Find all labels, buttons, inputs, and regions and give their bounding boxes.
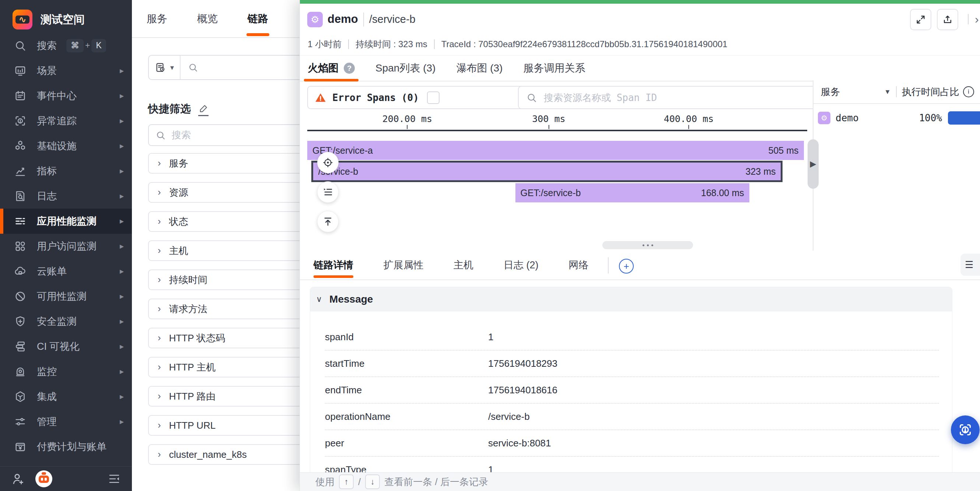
chevron-down-icon[interactable]: ▼: [884, 88, 891, 96]
error-spans-label: Error Spans (0): [332, 92, 419, 103]
fullscreen-button[interactable]: [910, 9, 931, 30]
edit-pencil-icon[interactable]: [198, 102, 208, 116]
doc-search-icon: [14, 190, 27, 202]
sidebar-item-label: 用户访问监测: [37, 240, 97, 253]
message-row-peer: peerservice-b:8081: [325, 430, 939, 457]
service-column-header[interactable]: 服务: [821, 86, 840, 99]
span-bar-GET:/service-a[interactable]: GET:/service-a505 ms: [307, 141, 804, 160]
message-value: 1: [488, 332, 493, 343]
span-bar-/service-b[interactable]: /service-b323 ms: [311, 161, 783, 182]
help-icon[interactable]: ?: [344, 63, 355, 74]
horizontal-scrollbar[interactable]: [602, 241, 693, 249]
scroll-to-top-button[interactable]: [317, 211, 339, 232]
search-icon: [188, 62, 198, 73]
facet-HTTP 状态码[interactable]: ›HTTP 状态码: [148, 328, 307, 348]
message-header[interactable]: ∨ Message: [310, 287, 952, 311]
sidebar-item-scene[interactable]: 场景▸: [0, 58, 132, 83]
chevron-right-icon: ▸: [120, 141, 124, 151]
robot-avatar[interactable]: [35, 470, 52, 487]
service-row-demo[interactable]: ⚙demo100%: [813, 104, 980, 132]
panel-resize-handle[interactable]: ▶: [808, 139, 819, 189]
detail-tab-trace-detail[interactable]: 链路详情: [313, 251, 353, 279]
shield-plus-icon: [14, 315, 27, 328]
webcam-icon: [14, 365, 27, 378]
facet-search[interactable]: [148, 124, 307, 146]
span-bar-GET:/service-b[interactable]: GET:/service-b168.00 ms: [515, 183, 749, 202]
facet-服务[interactable]: ›服务: [148, 153, 307, 174]
chevron-right-icon: ▸: [120, 216, 124, 226]
sidebar-item-rum[interactable]: 用户访问监测▸: [0, 234, 132, 259]
facet-持续时间[interactable]: ›持续时间: [148, 269, 307, 290]
issue-capture-button[interactable]: [951, 415, 980, 444]
add-tab-button[interactable]: +: [619, 259, 634, 274]
detail-tab-logs[interactable]: 日志 (2): [504, 251, 539, 279]
chevron-right-icon: ›: [158, 419, 161, 431]
trace-view-tabs-row: 火焰图?Span列表 (3)瀑布图 (3)服务调用关系: [300, 55, 980, 81]
facet-search-input[interactable]: [171, 129, 306, 141]
sidebar-item-error-tracking[interactable]: 异常追踪▸: [0, 108, 132, 134]
chevron-down-icon: ▾: [170, 63, 174, 72]
collapse-left-icon[interactable]: [108, 472, 121, 485]
sidebar-item-security[interactable]: 安全监测▸: [0, 309, 132, 334]
trace-tab-label: 瀑布图 (3): [456, 61, 503, 75]
sidebar-item-ci[interactable]: CI 可视化▸: [0, 334, 132, 359]
sidebar-item-monitoring[interactable]: 监控▸: [0, 359, 132, 384]
error-spans-checkbox[interactable]: [427, 91, 439, 104]
flame-graph[interactable]: GET:/service-a505 ms/service-b323 msGET:…: [307, 141, 807, 204]
trace-tab-service-map[interactable]: 服务调用关系: [523, 56, 585, 81]
trace-tab-flame[interactable]: 火焰图?: [308, 56, 355, 81]
detail-tab-network[interactable]: 网络: [569, 251, 589, 279]
chevron-right-icon[interactable]: ›: [975, 13, 979, 26]
sidebar-item-search[interactable]: 搜索 ⌘+K: [0, 33, 132, 58]
facet-label: HTTP URL: [169, 420, 216, 431]
workspace-header[interactable]: 测试空间: [0, 0, 132, 33]
facet-状态[interactable]: ›状态: [148, 211, 307, 232]
facet-label: 资源: [169, 186, 188, 199]
chevron-right-icon: ›: [158, 303, 161, 314]
capture-icon: [958, 422, 973, 437]
sidebar-item-label: 指标: [37, 164, 57, 178]
hint-suffix: 查看前一条 / 后一条记录: [384, 475, 488, 488]
locate-span-button[interactable]: [317, 152, 339, 173]
chart-icon: [14, 165, 27, 177]
trace-tab-span-list[interactable]: Span列表 (3): [375, 56, 436, 81]
service-gear-icon: ⚙: [307, 12, 323, 27]
detail-tab-host[interactable]: 主机: [453, 251, 473, 279]
facet-HTTP 主机[interactable]: ›HTTP 主机: [148, 357, 307, 378]
tab-链路[interactable]: 链路: [248, 1, 268, 37]
sidebar-item-availability[interactable]: 可用性监测▸: [0, 284, 132, 309]
sidebar-item-label: 基础设施: [37, 139, 76, 153]
export-icon: [942, 14, 953, 25]
sidebar-item-billing[interactable]: 付费计划与账单: [0, 434, 132, 459]
sidebar-item-metrics[interactable]: 指标▸: [0, 158, 132, 183]
panel-toggle-partial[interactable]: ☰: [961, 253, 980, 276]
sidebar-item-management[interactable]: 管理▸: [0, 409, 132, 434]
sidebar-item-logs[interactable]: 日志▸: [0, 183, 132, 209]
sidebar-item-cloud-bill[interactable]: 云账单▸: [0, 259, 132, 284]
sidebar-item-event-center[interactable]: 事件中心▸: [0, 83, 132, 108]
exec-pct-bar: [948, 111, 980, 124]
export-button[interactable]: [937, 9, 958, 30]
facet-HTTP 路由[interactable]: ›HTTP 路由: [148, 386, 307, 407]
span-tree-button[interactable]: [317, 181, 339, 203]
sidebar-item-integration[interactable]: 集成▸: [0, 384, 132, 409]
scan-alert-icon: [14, 115, 27, 127]
facet-资源[interactable]: ›资源: [148, 182, 307, 203]
facet-label: 状态: [169, 215, 188, 228]
message-row-spanId: spanId1: [325, 324, 939, 351]
user-plus-icon[interactable]: [11, 472, 25, 486]
facet-主机[interactable]: ›主机: [148, 240, 307, 261]
detail-tab-ext-attrs[interactable]: 扩展属性: [383, 251, 423, 279]
tab-服务[interactable]: 服务: [146, 1, 167, 37]
saved-view-dropdown[interactable]: ▾: [149, 56, 181, 79]
tab-概览[interactable]: 概览: [197, 1, 218, 37]
facet-cluster_name_k8s[interactable]: ›cluster_name_k8s: [148, 444, 307, 465]
sidebar-item-apm[interactable]: 应用性能监测▸: [0, 209, 132, 234]
info-icon[interactable]: i: [963, 86, 974, 97]
grid4-icon: [14, 240, 27, 252]
trace-tab-waterfall[interactable]: 瀑布图 (3): [456, 56, 503, 81]
sidebar-item-infrastructure[interactable]: 基础设施▸: [0, 134, 132, 158]
quick-filter-title: 快捷筛选: [148, 102, 191, 116]
facet-请求方法[interactable]: ›请求方法: [148, 298, 307, 319]
facet-HTTP URL[interactable]: ›HTTP URL: [148, 415, 307, 436]
